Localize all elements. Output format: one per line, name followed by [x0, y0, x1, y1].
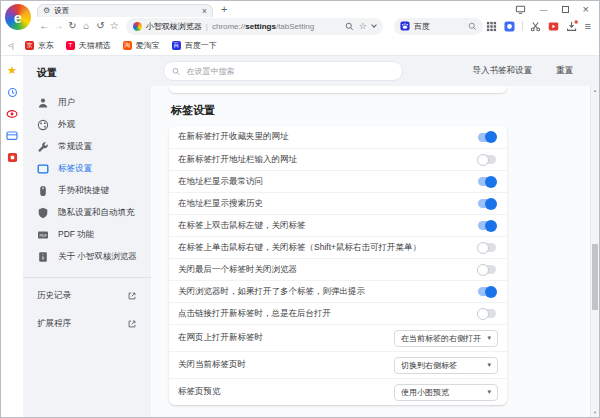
zoom-icon[interactable]: [345, 22, 354, 31]
svg-text:PDF: PDF: [39, 234, 47, 238]
quick-search-box[interactable]: 百度: [394, 18, 483, 35]
wallet-icon[interactable]: [6, 130, 18, 141]
setting-row: 标签页预览 使用小图预览 ▾: [169, 378, 507, 405]
maximize-button[interactable]: [562, 6, 569, 13]
setting-row: 在新标签打开地址栏输入的网址: [169, 148, 507, 170]
toolbar-icons: ≡: [486, 20, 591, 32]
user-icon: [37, 97, 49, 109]
monitor-icon[interactable]: [515, 4, 526, 15]
setting-row: 在新标签打开收藏夹里的网址: [169, 126, 507, 148]
bookmark-star-icon[interactable]: ☆: [109, 21, 120, 31]
scrollbar[interactable]: ▲ ▼: [590, 86, 599, 417]
chevron-down-icon[interactable]: [371, 22, 377, 28]
toggle-switch[interactable]: [478, 199, 496, 208]
red-app-icon[interactable]: [7, 152, 18, 163]
sidebar-link[interactable]: 扩展程序: [23, 310, 151, 338]
forward-icon[interactable]: →: [53, 21, 64, 31]
dropdown[interactable]: 使用小图预览 ▾: [394, 384, 498, 401]
address-bar[interactable]: 小智双核浏览器 | chrome://settings/tabSetting ☆: [126, 18, 383, 35]
sidebar-item-tab-settings[interactable]: 标签设置: [23, 158, 151, 180]
toggle-knob: [477, 242, 489, 254]
toggle-knob: [477, 264, 489, 276]
search-icon: [172, 67, 180, 76]
bookmark-item[interactable]: 京 京东: [25, 40, 54, 51]
general-settings-icon: [37, 141, 49, 153]
settings-search-input[interactable]: [186, 67, 394, 76]
sidebar-title: 设置: [23, 62, 151, 92]
sidebar-item-gestures[interactable]: 手势和快捷键: [23, 180, 151, 202]
scroll-up-icon[interactable]: ▲: [591, 88, 599, 93]
bookmark-item[interactable]: T 天猫精选: [66, 40, 111, 51]
reset-button[interactable]: 重置: [556, 65, 573, 77]
setting-row: 在地址栏显示搜索历史: [169, 192, 507, 214]
menu-icon[interactable]: ≡: [585, 21, 591, 32]
address-url: chrome://settings/tabSetting: [212, 22, 314, 31]
bookmark-favicon: 百: [172, 41, 181, 50]
caret-down-icon: ▾: [487, 361, 491, 369]
toggle-switch[interactable]: [478, 177, 496, 186]
download-icon[interactable]: [566, 20, 578, 32]
blue-app-icon[interactable]: [504, 21, 515, 32]
gestures-icon: [37, 185, 49, 197]
toggle-knob: [477, 154, 489, 166]
privacy-icon: [37, 207, 49, 219]
minimize-button[interactable]: —: [540, 6, 548, 14]
toggle-switch[interactable]: [478, 133, 496, 142]
import-bookmarks-button[interactable]: 导入书签和设置: [473, 65, 533, 77]
tab-settings-icon: [37, 163, 49, 175]
sidebar-item-about[interactable]: 关于 小智双核浏览器: [23, 246, 151, 268]
settings-scroll-area: 标签设置 在新标签打开收藏夹里的网址 在新标签打开地址栏输入的网址 在地址栏显示…: [151, 86, 599, 417]
bookmark-favicon: 京: [25, 41, 34, 50]
toggle-switch[interactable]: [478, 155, 496, 164]
sidebar-links: 历史记录 扩展程序: [23, 282, 151, 338]
weibo-eye-icon[interactable]: [6, 109, 18, 119]
toggle-knob: [485, 198, 497, 210]
setting-row: 在地址栏显示最常访问: [169, 170, 507, 192]
favorites-star-icon[interactable]: ★: [7, 65, 17, 76]
site-icon: [133, 22, 142, 31]
collapse-sidebar-icon[interactable]: <|: [8, 41, 13, 50]
reload-icon[interactable]: ↻: [67, 21, 78, 31]
sidebar-link[interactable]: 历史记录: [23, 282, 151, 310]
tab-settings-page[interactable]: ⚙ 设置 ×: [37, 4, 213, 17]
bookmarks-bar: <| 京 京东 T 天猫精选 淘 爱淘宝 百 百度一下: [1, 35, 599, 56]
sidebar-item-pdf[interactable]: PDF PDF 功能: [23, 224, 151, 246]
sidebar-item-appearance[interactable]: 外观: [23, 114, 151, 136]
close-tab-icon[interactable]: ×: [202, 7, 207, 16]
dropdown[interactable]: 在当前标签的右侧打开 ▾: [394, 330, 498, 347]
bookmarks-list: 京 京东 T 天猫精选 淘 爱淘宝 百 百度一下: [25, 40, 217, 51]
close-window-button[interactable]: ×: [583, 4, 589, 15]
screenshot-scissors-icon[interactable]: [530, 21, 541, 32]
settings-sidebar: 设置 用户 外观 常规设置 标签设置 手势和快捷键 隐私设置和自动填充 PDF …: [23, 56, 151, 417]
main-area: ★ 设置 用户 外观 常规设置 标签设置 手势和快捷键 隐私设置和自动填充 PD…: [1, 56, 599, 417]
bookmark-item[interactable]: 百 百度一下: [172, 40, 217, 51]
sidebar-item-general-settings[interactable]: 常规设置: [23, 136, 151, 158]
toggle-knob: [477, 308, 489, 320]
toggle-knob: [485, 286, 497, 298]
bookmark-item[interactable]: 淘 爱淘宝: [123, 40, 160, 51]
address-separator: |: [206, 22, 208, 31]
favorite-star-icon[interactable]: ☆: [359, 22, 367, 31]
video-sniffer-icon[interactable]: [548, 21, 559, 32]
sidebar-item-user[interactable]: 用户: [23, 92, 151, 114]
settings-search-box[interactable]: [163, 61, 403, 81]
history-clock-icon[interactable]: [7, 87, 18, 98]
home-icon[interactable]: ⌂: [81, 21, 92, 31]
sidebar-divider: [23, 277, 151, 278]
apps-grid-icon[interactable]: [486, 21, 497, 32]
search-icon[interactable]: [468, 22, 477, 31]
scrollbar-thumb[interactable]: [592, 244, 598, 310]
bookmark-favicon: T: [66, 41, 75, 50]
dropdown[interactable]: 切换到右侧标签 ▾: [394, 357, 498, 374]
toggle-switch[interactable]: [478, 309, 496, 318]
toggle-switch[interactable]: [478, 221, 496, 230]
back-icon[interactable]: ←: [39, 21, 50, 31]
new-tab-button[interactable]: +: [221, 3, 227, 15]
toggle-switch[interactable]: [478, 287, 496, 296]
scroll-down-icon[interactable]: ▼: [591, 410, 599, 415]
toggle-switch[interactable]: [478, 243, 496, 252]
sidebar-item-privacy[interactable]: 隐私设置和自动填充: [23, 202, 151, 224]
restore-tab-icon[interactable]: ↺: [95, 21, 106, 31]
toggle-switch[interactable]: [478, 265, 496, 274]
toolbar-divider: [522, 21, 523, 31]
